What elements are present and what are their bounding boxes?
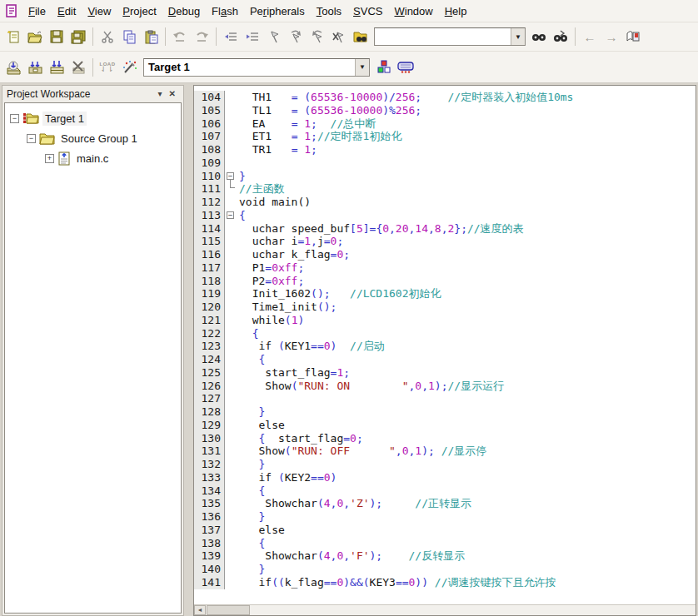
menu-svcs[interactable]: SVCS bbox=[347, 2, 388, 21]
menu-tools[interactable]: Tools bbox=[311, 2, 347, 21]
scrollbar-thumb[interactable] bbox=[207, 605, 250, 615]
code-line[interactable]: 107 ET1 = 1;//定时器1初始化 bbox=[194, 130, 696, 143]
horizontal-scrollbar[interactable]: ◄ bbox=[194, 604, 696, 615]
code-line[interactable]: 109 bbox=[194, 156, 696, 170]
collapse-box-icon[interactable]: − bbox=[27, 134, 36, 143]
code-line[interactable]: 134 { bbox=[194, 484, 696, 498]
collapse-box-icon[interactable]: − bbox=[10, 114, 19, 123]
debug-session-button[interactable] bbox=[118, 57, 140, 78]
code-line[interactable]: 117 P1=0xff; bbox=[194, 261, 696, 275]
navigate-back-button[interactable]: ← bbox=[579, 26, 601, 47]
code-line[interactable]: 129 else bbox=[194, 419, 696, 432]
incremental-find-button[interactable] bbox=[550, 26, 571, 47]
document-window-icon[interactable] bbox=[3, 2, 20, 19]
code-line[interactable]: 120 Time1_init(); bbox=[194, 301, 696, 314]
find-text-combobox[interactable]: ▼ bbox=[374, 27, 526, 46]
code-line[interactable]: 136 } bbox=[194, 510, 696, 524]
tree-node-source-group[interactable]: − Source Group 1 bbox=[7, 128, 179, 148]
tree-node-label[interactable]: Source Group 1 bbox=[58, 132, 140, 146]
open-file-button[interactable] bbox=[24, 26, 46, 47]
tree-node-label[interactable]: Target 1 bbox=[42, 112, 87, 126]
copy-button[interactable] bbox=[118, 26, 140, 47]
code-line[interactable]: 110−} bbox=[194, 170, 696, 183]
code-line[interactable]: 140 } bbox=[194, 563, 696, 576]
fold-collapse-icon[interactable]: − bbox=[225, 209, 239, 222]
save-all-button[interactable] bbox=[67, 26, 89, 47]
redo-button[interactable] bbox=[191, 26, 212, 47]
books-button[interactable] bbox=[622, 26, 644, 47]
code-line[interactable]: 131 Show("RUN: OFF ",0,1); //显示停 bbox=[194, 445, 696, 458]
paste-button[interactable] bbox=[140, 26, 162, 47]
code-line[interactable]: 118 P2=0xff; bbox=[194, 275, 696, 288]
code-line[interactable]: 121 while(1) bbox=[194, 314, 696, 327]
stop-build-button[interactable] bbox=[67, 57, 89, 78]
tree-node-label[interactable]: main.c bbox=[74, 152, 111, 166]
code-line[interactable]: 135 Showchar(4,0,'Z'); //正转显示 bbox=[194, 497, 696, 510]
tree-node-main-c[interactable]: + main.c bbox=[7, 148, 179, 168]
code-line[interactable]: 122 { bbox=[194, 327, 696, 340]
code-line[interactable]: 113−{ bbox=[194, 209, 696, 222]
code-line[interactable]: 105 TL1 = (65536-10000)%256; bbox=[194, 104, 696, 117]
previous-bookmark-button[interactable] bbox=[307, 26, 328, 47]
target-select-value[interactable]: Target 1 bbox=[144, 61, 355, 73]
code-line[interactable]: 108 TR1 = 1; bbox=[194, 143, 696, 156]
rebuild-all-button[interactable] bbox=[46, 57, 67, 78]
panel-close-icon[interactable]: ✕ bbox=[166, 89, 179, 98]
find-in-files-button[interactable] bbox=[350, 26, 371, 47]
menu-peripherals[interactable]: Peripherals bbox=[244, 2, 311, 21]
panel-splitter[interactable] bbox=[184, 83, 193, 616]
code-line[interactable]: 106 EA = 1; //总中断 bbox=[194, 117, 696, 131]
translate-file-button[interactable] bbox=[2, 57, 24, 78]
code-line[interactable]: 126 Show("RUN: ON ",0,1);//显示运行 bbox=[194, 380, 696, 393]
code-line[interactable]: 133 if (KEY2==0) bbox=[194, 471, 696, 484]
code-line[interactable]: 127 bbox=[194, 392, 696, 405]
code-line[interactable]: 123 if (KEY1==0) //启动 bbox=[194, 340, 696, 353]
indent-button[interactable] bbox=[220, 26, 242, 47]
menu-view[interactable]: View bbox=[82, 2, 117, 21]
menu-window[interactable]: Window bbox=[388, 2, 438, 21]
code-line[interactable]: 125 start_flag=1; bbox=[194, 366, 696, 380]
code-line[interactable]: 128 } bbox=[194, 405, 696, 419]
menu-help[interactable]: Help bbox=[439, 2, 473, 21]
cut-button[interactable] bbox=[97, 26, 118, 47]
scroll-left-icon[interactable]: ◄ bbox=[194, 605, 206, 615]
code-line[interactable]: 119 Init_1602(); //LCD1602初始化 bbox=[194, 287, 696, 301]
code-line[interactable]: 112void main() bbox=[194, 196, 696, 209]
next-bookmark-button[interactable] bbox=[285, 26, 307, 47]
menu-flash[interactable]: Flash bbox=[206, 2, 244, 21]
target-select-combobox[interactable]: Target 1 ▼ bbox=[143, 58, 370, 77]
code-line[interactable]: 116 uchar k_flag=0; bbox=[194, 248, 696, 261]
clear-all-bookmarks-button[interactable] bbox=[328, 26, 350, 47]
chevron-down-icon[interactable]: ▼ bbox=[355, 59, 369, 76]
tree-node-target[interactable]: − Target 1 bbox=[7, 108, 179, 128]
manage-components-button[interactable] bbox=[373, 57, 395, 78]
code-line[interactable]: 139 Showchar(4,0,'F'); //反转显示 bbox=[194, 549, 696, 563]
menu-project[interactable]: Project bbox=[117, 2, 162, 21]
code-line[interactable]: 124 { bbox=[194, 353, 696, 366]
unindent-button[interactable] bbox=[242, 26, 263, 47]
code-line[interactable]: 104 TH1 = (65536-10000)/256; //定时器装入初始值1… bbox=[194, 91, 696, 104]
menu-edit[interactable]: Edit bbox=[52, 2, 82, 21]
code-line[interactable]: 137 else bbox=[194, 524, 696, 537]
code-line[interactable]: 115 uchar i=1,j=0; bbox=[194, 235, 696, 248]
code-line[interactable]: 114 uchar speed_buf[5]={0,20,14,8,2};//速… bbox=[194, 222, 696, 236]
code-line[interactable]: 132 } bbox=[194, 458, 696, 471]
new-file-button[interactable] bbox=[2, 26, 24, 47]
toggle-bookmark-button[interactable] bbox=[263, 26, 285, 47]
menu-file[interactable]: File bbox=[22, 2, 52, 21]
code-line[interactable]: 130 { start_flag=0; bbox=[194, 432, 696, 445]
code-line[interactable]: 141 if((k_flag==0)&&(KEY3==0)) //调速按键按下且… bbox=[194, 576, 696, 589]
expand-box-icon[interactable]: + bbox=[45, 154, 54, 163]
chevron-down-icon[interactable]: ▼ bbox=[511, 28, 525, 45]
code-lines[interactable]: 104 TH1 = (65536-10000)/256; //定时器装入初始值1… bbox=[194, 91, 696, 604]
menu-debug[interactable]: Debug bbox=[162, 2, 206, 21]
download-to-flash-button[interactable]: LOAD ⇃⇂ bbox=[97, 57, 118, 78]
build-target-button[interactable] bbox=[24, 57, 46, 78]
panel-menu-chevron-icon[interactable]: ▾ bbox=[155, 89, 166, 98]
save-button[interactable] bbox=[46, 26, 67, 47]
undo-button[interactable] bbox=[169, 26, 191, 47]
code-line[interactable]: 138 { bbox=[194, 537, 696, 550]
code-line[interactable]: 111//主函数 bbox=[194, 182, 696, 196]
keyboard-button[interactable] bbox=[395, 57, 416, 78]
navigate-forward-button[interactable]: → bbox=[601, 26, 622, 47]
